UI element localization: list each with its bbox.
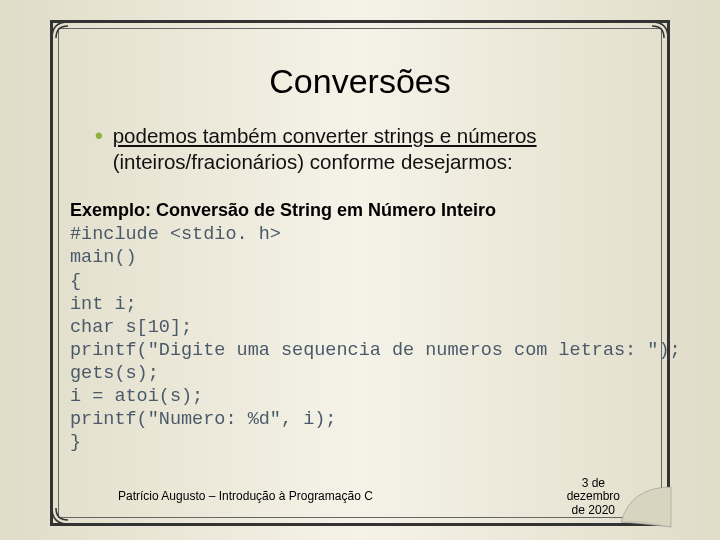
code-sample: #include <stdio. h> main() { int i; char… — [70, 223, 660, 454]
corner-swirl-icon — [650, 20, 670, 40]
corner-swirl-icon — [50, 20, 70, 40]
paper-tear-icon — [616, 482, 676, 530]
corner-swirl-icon — [50, 506, 70, 526]
footer-date: 3 dedezembrode 2020 — [567, 477, 620, 518]
example-block: Exemplo: Conversão de String em Número I… — [70, 200, 660, 454]
footer-author: Patrício Augusto – Introdução à Programa… — [118, 489, 373, 503]
example-heading: Exemplo: Conversão de String em Número I… — [70, 200, 660, 221]
